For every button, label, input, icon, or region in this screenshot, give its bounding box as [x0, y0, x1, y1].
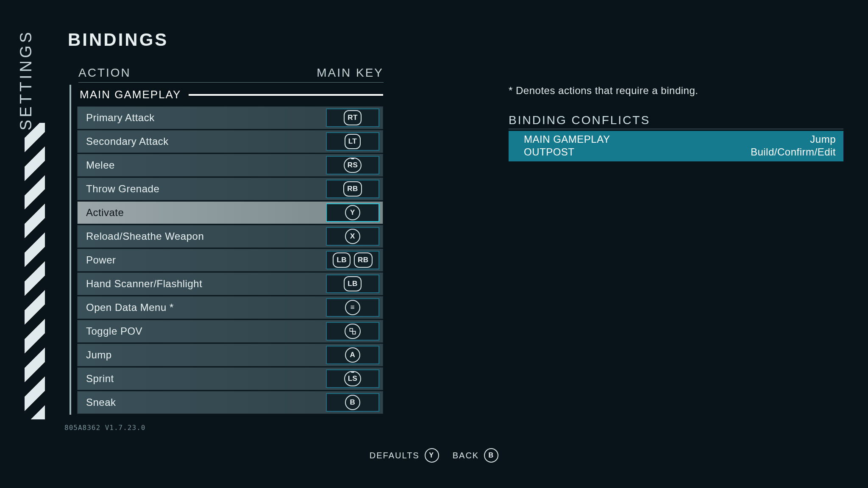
- action-label: Reload/Sheathe Weapon: [78, 230, 326, 242]
- key-binding[interactable]: X: [326, 227, 379, 246]
- key-binding[interactable]: [326, 322, 379, 341]
- action-label: Secondary Attack: [78, 136, 326, 147]
- sidebar-settings-label: SETTINGS: [17, 30, 35, 130]
- key-binding[interactable]: Y: [326, 203, 379, 222]
- action-label: Power: [78, 254, 326, 266]
- key-glyph: ≡: [345, 300, 360, 315]
- conflict-category: OUTPOST: [524, 146, 575, 158]
- binding-row[interactable]: SneakB: [77, 391, 383, 414]
- action-label: Toggle POV: [78, 325, 326, 337]
- key-glyph: B: [345, 395, 360, 410]
- binding-row[interactable]: PowerLBRB: [77, 249, 383, 272]
- column-headers: ACTION MAIN KEY: [78, 66, 384, 83]
- binding-row[interactable]: SprintLS: [77, 367, 383, 390]
- key-binding[interactable]: RB: [326, 180, 379, 198]
- binding-row[interactable]: Primary AttackRT: [77, 106, 383, 129]
- key-glyph: Y: [345, 205, 360, 220]
- key-glyph: LT: [345, 134, 361, 149]
- binding-note: * Denotes actions that require a binding…: [509, 85, 843, 97]
- action-label: Jump: [78, 349, 326, 361]
- binding-row[interactable]: JumpA: [77, 344, 383, 366]
- category-label: MAIN GAMEPLAY: [80, 88, 181, 101]
- action-label: Hand Scanner/Flashlight: [78, 278, 326, 290]
- svg-rect-1: [353, 331, 356, 334]
- svg-rect-0: [350, 328, 353, 331]
- key-binding[interactable]: B: [326, 393, 379, 412]
- key-glyph: LB: [344, 276, 362, 291]
- b-button-icon: B: [484, 448, 498, 463]
- key-glyph: [345, 324, 361, 339]
- key-glyph: LB: [333, 252, 351, 268]
- action-label: Primary Attack: [78, 112, 326, 124]
- key-binding[interactable]: LS: [326, 369, 379, 388]
- right-panel: * Denotes actions that require a binding…: [509, 85, 843, 161]
- binding-row[interactable]: ActivateY: [77, 201, 383, 224]
- binding-row[interactable]: Toggle POV: [77, 320, 383, 343]
- back-label: BACK: [453, 451, 479, 460]
- defaults-button[interactable]: DEFAULTS Y: [370, 448, 439, 463]
- version-string: 805A8362 V1.7.23.0: [64, 424, 145, 432]
- key-glyph: RS: [344, 158, 362, 173]
- key-binding[interactable]: LT: [326, 132, 379, 151]
- category-line: [189, 94, 383, 96]
- action-label: Sprint: [78, 373, 326, 385]
- bindings-list[interactable]: MAIN GAMEPLAY Primary AttackRTSecondary …: [70, 85, 383, 415]
- hazard-stripes: [25, 123, 45, 419]
- key-glyph: X: [345, 229, 360, 244]
- conflict-item[interactable]: MAIN GAMEPLAY Jump OUTPOST Build/Confirm…: [509, 131, 843, 161]
- page-title: BINDINGS: [68, 30, 168, 50]
- key-binding[interactable]: RT: [326, 108, 379, 127]
- conflict-action: Build/Confirm/Edit: [751, 146, 836, 158]
- conflict-category: MAIN GAMEPLAY: [524, 133, 610, 145]
- binding-row[interactable]: Hand Scanner/FlashlightLB: [77, 272, 383, 295]
- key-binding[interactable]: ≡: [326, 298, 379, 317]
- defaults-label: DEFAULTS: [370, 451, 420, 460]
- action-label: Melee: [78, 159, 326, 171]
- binding-row[interactable]: Reload/Sheathe WeaponX: [77, 225, 383, 248]
- key-binding[interactable]: RS: [326, 156, 379, 175]
- action-label: Activate: [78, 207, 326, 219]
- col-mainkey: MAIN KEY: [317, 66, 384, 80]
- back-button[interactable]: BACK B: [453, 448, 498, 463]
- conflicts-header: BINDING CONFLICTS: [509, 114, 843, 129]
- y-button-icon: Y: [425, 448, 439, 463]
- action-label: Open Data Menu *: [78, 302, 326, 313]
- key-glyph: LS: [344, 371, 362, 386]
- binding-row[interactable]: Secondary AttackLT: [77, 130, 383, 153]
- binding-row[interactable]: Open Data Menu *≡: [77, 296, 383, 319]
- key-glyph: A: [345, 347, 360, 363]
- col-action: ACTION: [78, 66, 131, 80]
- binding-row[interactable]: Throw GrenadeRB: [77, 177, 383, 200]
- key-binding[interactable]: LB: [326, 274, 379, 293]
- key-binding[interactable]: LBRB: [326, 251, 379, 269]
- key-glyph: RB: [354, 252, 373, 268]
- key-glyph: RT: [344, 110, 362, 125]
- conflict-action: Jump: [810, 133, 836, 145]
- category-header: MAIN GAMEPLAY: [80, 88, 383, 101]
- action-label: Throw Grenade: [78, 183, 326, 195]
- binding-row[interactable]: MeleeRS: [77, 154, 383, 177]
- action-label: Sneak: [78, 396, 326, 408]
- key-binding[interactable]: A: [326, 346, 379, 364]
- footer-bar: DEFAULTS Y BACK B: [0, 448, 868, 463]
- key-glyph: RB: [343, 181, 362, 197]
